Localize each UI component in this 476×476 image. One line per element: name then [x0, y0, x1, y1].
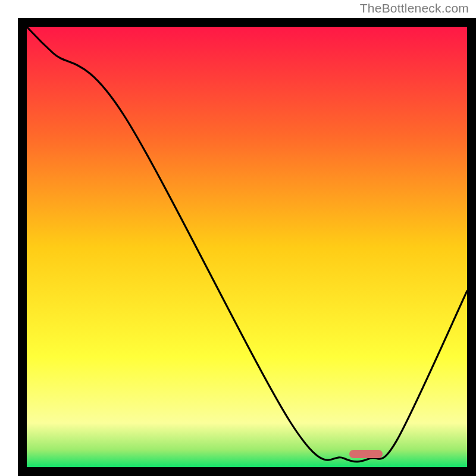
- watermark-text: TheBottleneck.com: [360, 1, 469, 15]
- plot-area: [27, 27, 467, 467]
- plot-frame: [18, 18, 476, 476]
- optimal-marker: [349, 450, 383, 458]
- bottleneck-curve: [27, 27, 467, 467]
